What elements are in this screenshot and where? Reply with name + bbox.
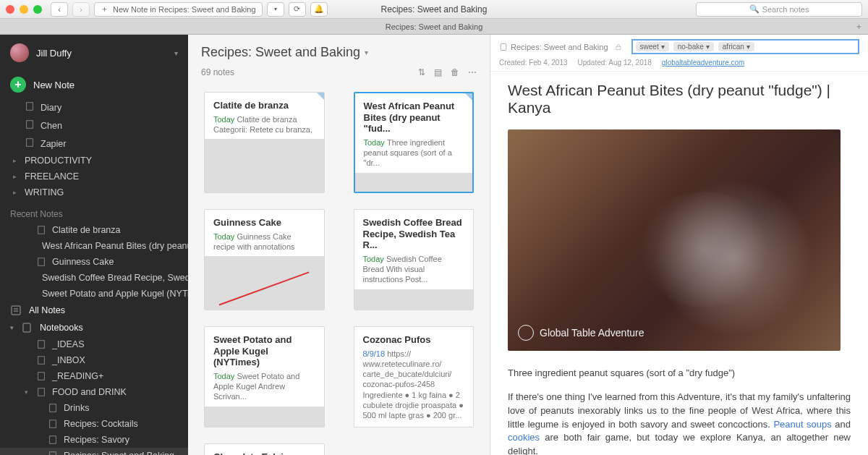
notebook-icon <box>48 419 58 429</box>
notebooks-row[interactable]: ▾ Notebooks <box>0 319 188 336</box>
chevron-right-icon: ▸ <box>13 173 17 180</box>
svg-rect-23 <box>616 46 621 50</box>
note-card[interactable]: Sweet Potato and Apple Kugel (NYTimes)To… <box>204 326 325 428</box>
tag-chip[interactable]: no-bake ▾ <box>673 42 714 51</box>
plus-circle-icon: + <box>10 77 26 93</box>
note-body[interactable]: Global Table Adventure Three ingredient … <box>490 122 868 455</box>
svg-rect-8 <box>12 306 20 315</box>
notebook-icon <box>36 355 46 365</box>
notebook-item[interactable]: _IDEAS <box>0 336 188 352</box>
inline-link[interactable]: Peanut soups <box>773 419 831 430</box>
note-card[interactable]: West African Peanut Bites (dry peanut "f… <box>354 92 475 193</box>
view-icon[interactable]: ▤ <box>434 67 442 77</box>
note-icon <box>25 137 35 150</box>
search-input[interactable]: 🔍 Search notes <box>696 2 862 17</box>
more-icon[interactable]: ⋯ <box>468 67 477 77</box>
sidebar-shortcut-item[interactable]: Zapier <box>0 135 188 153</box>
source-link[interactable]: globaltableadventure.com <box>662 59 745 67</box>
notebook-item[interactable]: _READING+ <box>0 368 188 384</box>
note-paragraph: If there's one thing I've learned from t… <box>508 391 851 455</box>
note-card[interactable]: Swedish Coffee Bread Recipe, Swedish Tea… <box>354 209 475 310</box>
recent-note-item[interactable]: Swedish Coffee Bread Recipe, Swedish... <box>0 270 188 286</box>
avatar <box>10 43 29 62</box>
sidebar-item-label: Recipes: Cocktails <box>64 419 138 429</box>
svg-rect-18 <box>50 436 56 444</box>
card-thumbnail <box>205 139 324 192</box>
minimize-window-icon[interactable] <box>20 5 28 14</box>
inline-link[interactable]: cookies <box>508 432 540 443</box>
sidebar-shortcut-item[interactable]: ▸WRITING <box>0 184 188 200</box>
svg-rect-12 <box>38 341 45 349</box>
note-card[interactable]: Cozonac Pufos8/9/18 https:// www.retetec… <box>354 326 475 428</box>
tag-chip[interactable]: african ▾ <box>718 42 754 51</box>
note-icon <box>25 119 35 132</box>
sidebar-shortcut-item[interactable]: Chen <box>0 116 188 135</box>
tag-chip[interactable]: sweet ▾ <box>636 42 669 51</box>
notebook-item[interactable]: _INBOX <box>0 352 188 368</box>
tag-input[interactable]: sweet ▾no-bake ▾african ▾ <box>631 39 859 54</box>
note-list-panel: Recipes: Sweet and Baking ▾ 69 notes ⇅ ▤… <box>188 35 490 455</box>
notebook-item[interactable]: Drinks <box>0 400 188 416</box>
sidebar-item-label: Swedish Coffee Bread Recipe, Swedish... <box>42 273 188 283</box>
new-tab-button[interactable]: ＋ <box>852 21 865 32</box>
card-thumbnail <box>205 256 324 310</box>
sync-button[interactable]: ⟳ <box>289 2 306 17</box>
notebook-icon <box>36 387 46 397</box>
nav-back-button[interactable]: ‹ <box>51 2 68 17</box>
account-row[interactable]: Jill Duffy ▾ <box>0 35 188 71</box>
sort-icon[interactable]: ⇅ <box>418 67 425 77</box>
card-date: Today <box>213 232 237 241</box>
recent-note-item[interactable]: West African Peanut Bites (dry peanut ".… <box>0 238 188 254</box>
lock-icon[interactable] <box>614 43 623 51</box>
notebook-icon <box>48 403 58 413</box>
notebook-item[interactable]: Recipes: Sweet and Baking <box>0 448 188 455</box>
sidebar-shortcut-item[interactable]: ▸FREELANCE <box>0 169 188 184</box>
sidebar-item-label: Drinks <box>64 403 89 413</box>
all-notes-label: All Notes <box>29 305 65 315</box>
hero-image: Global Table Adventure <box>508 129 841 351</box>
sidebar-shortcut-item[interactable]: Diary <box>0 98 188 116</box>
card-date: Today <box>364 138 387 147</box>
activity-button[interactable]: 🔔 <box>310 2 328 17</box>
tab-active[interactable]: Recipes: Sweet and Baking <box>386 22 483 31</box>
updated-label: Updated: <box>578 59 608 67</box>
detail-notebook-name: Recipes: Sweet and Baking <box>511 43 608 51</box>
chevron-right-icon: ▸ <box>13 157 17 164</box>
sidebar-shortcut-item[interactable]: ▸PRODUCTIVITY <box>0 153 188 169</box>
close-window-icon[interactable] <box>6 5 14 14</box>
card-date: 8/9/18 <box>363 349 388 358</box>
image-watermark: Global Table Adventure <box>518 325 644 341</box>
svg-rect-1 <box>27 121 33 129</box>
recent-note-item[interactable]: Sweet Potato and Apple Kugel (NYTimes) <box>0 286 188 302</box>
created-label: Created: <box>499 59 527 67</box>
note-card[interactable]: Chocolate Eclairs : Sweet Dreams : Food <box>204 443 325 455</box>
trash-icon[interactable]: 🗑 <box>451 67 459 77</box>
detail-notebook-row[interactable]: Recipes: Sweet and Baking <box>499 43 608 51</box>
chevron-down-icon: ▾ <box>174 49 178 57</box>
note-card[interactable]: Clatite de branzaToday Clatite de branza… <box>204 92 325 193</box>
card-date: Today <box>213 372 237 380</box>
sidebar-item-label: Recipes: Sweet and Baking <box>64 451 174 455</box>
new-note-context-button[interactable]: ▾ <box>267 2 284 17</box>
svg-rect-16 <box>50 404 56 412</box>
note-icon <box>25 101 35 114</box>
card-thumbnail <box>355 173 473 192</box>
notebook-item[interactable]: Recipes: Savory <box>0 432 188 448</box>
notelist-title: Recipes: Sweet and Baking <box>201 45 360 60</box>
card-title: Clatite de branza <box>205 93 324 114</box>
notebook-item[interactable]: ▾FOOD and DRINK <box>0 384 188 400</box>
sidebar-new-note-label: New Note <box>33 80 75 90</box>
sidebar-item-label: Clatite de branza <box>52 225 121 235</box>
notebook-item[interactable]: Recipes: Cocktails <box>0 416 188 432</box>
nav-forward-button[interactable]: › <box>72 2 90 17</box>
note-title[interactable]: West African Peanut Bites (dry peanut "f… <box>490 72 868 122</box>
sidebar-new-note-button[interactable]: + New Note <box>0 71 188 98</box>
recent-note-item[interactable]: Guinness Cake <box>0 254 188 270</box>
recent-note-item[interactable]: Clatite de branza <box>0 222 188 238</box>
notelist-title-row[interactable]: Recipes: Sweet and Baking ▾ <box>201 45 477 60</box>
zoom-window-icon[interactable] <box>33 5 42 14</box>
all-notes-row[interactable]: All Notes <box>0 302 188 319</box>
updated-value: Aug 12, 2018 <box>608 59 652 67</box>
new-note-button[interactable]: ＋ New Note in Recipes: Sweet and Baking <box>94 2 263 17</box>
note-card[interactable]: Guinness CakeToday Guinness Cake recipe … <box>204 209 325 310</box>
